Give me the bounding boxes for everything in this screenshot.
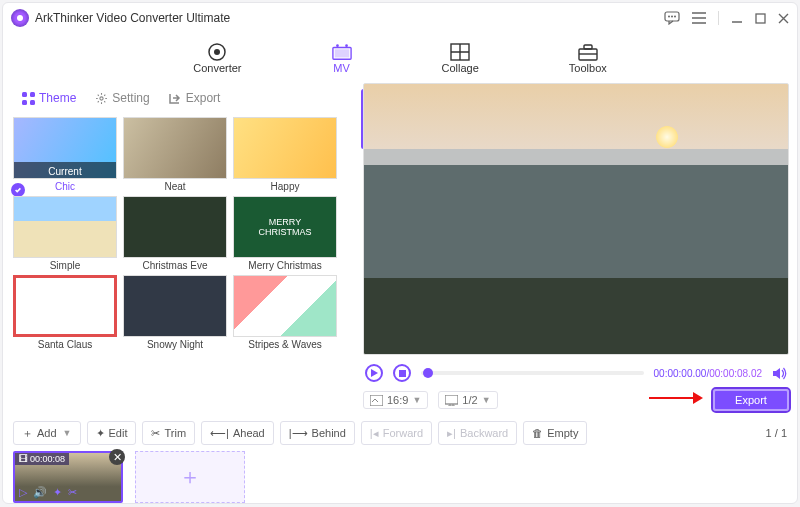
theme-thumb: Current [13, 117, 117, 179]
arrow-annotation [647, 389, 703, 407]
time-display: 00:00:00.00/00:00:08.02 [654, 368, 762, 379]
divider [718, 11, 719, 25]
scissors-icon: ✂ [151, 427, 160, 440]
tab-label: Theme [39, 91, 76, 105]
plus-icon: ＋ [22, 426, 33, 441]
empty-button[interactable]: 🗑Empty [523, 421, 587, 445]
theme-snowy-night[interactable]: Snowy Night [123, 275, 227, 350]
nav-label: Collage [442, 62, 479, 74]
ahead-button[interactable]: ⟵|Ahead [201, 421, 274, 445]
svg-rect-15 [30, 92, 35, 97]
theme-label: Snowy Night [147, 339, 203, 350]
export-icon [168, 91, 182, 105]
minimize-icon[interactable] [731, 12, 743, 24]
svg-rect-21 [445, 395, 458, 404]
add-button[interactable]: ＋Add▼ [13, 421, 81, 445]
theme-label: Simple [50, 260, 81, 271]
theme-santa-claus[interactable]: Santa Claus [13, 275, 117, 350]
nav-converter[interactable]: Converter [193, 33, 241, 83]
trim-button[interactable]: ✂Trim [142, 421, 195, 445]
window-controls [664, 11, 789, 25]
close-icon[interactable] [778, 13, 789, 24]
forward-button[interactable]: |◂Forward [361, 421, 432, 445]
clip-wand-icon[interactable]: ✦ [53, 486, 62, 499]
theme-thumb: MERRY CHRISTMAS [233, 196, 337, 258]
move-left-icon: ⟵| [210, 427, 229, 440]
svg-point-9 [336, 44, 339, 47]
svg-rect-16 [22, 100, 27, 105]
svg-rect-14 [22, 92, 27, 97]
move-right-icon: |⟶ [289, 427, 308, 440]
theme-thumb [123, 196, 227, 258]
add-clip-slot[interactable]: ＋ [135, 451, 245, 503]
clip-play-icon[interactable]: ▷ [19, 486, 27, 499]
app-window: ArkThinker Video Converter Ultimate Co [2, 2, 798, 504]
svg-point-3 [674, 16, 676, 18]
theme-thumb [123, 117, 227, 179]
tab-label: Export [186, 91, 221, 105]
tab-setting[interactable]: Setting [88, 87, 155, 109]
play-button[interactable] [365, 364, 383, 382]
skip-forward-icon: |◂ [370, 427, 379, 440]
clip-duration-tag: 🎞00:00:08 [15, 453, 69, 465]
video-preview[interactable] [363, 83, 789, 355]
edit-button[interactable]: ✦Edit [87, 421, 137, 445]
svg-point-18 [100, 96, 103, 99]
preview-sun [656, 126, 678, 148]
right-pane: 00:00:00.00/00:00:08.02 16:9 ▼ 1/2 ▼ Exp… [363, 83, 789, 413]
tab-theme[interactable]: Theme [15, 87, 82, 109]
nav-collage[interactable]: Collage [442, 33, 479, 83]
seek-bar[interactable] [421, 371, 644, 375]
plus-icon: ＋ [179, 462, 201, 492]
app-title: ArkThinker Video Converter Ultimate [35, 11, 230, 25]
theme-grid[interactable]: Current Chic Neat Happy Simple Christmas… [11, 113, 357, 413]
theme-christmas-eve[interactable]: Christmas Eve [123, 196, 227, 271]
check-icon [11, 183, 25, 197]
nav-toolbox[interactable]: Toolbox [569, 33, 607, 83]
timeline-clip[interactable]: 🎞00:00:08 ✕ ▷ 🔊 ✦ ✂ [13, 451, 123, 503]
bottom-bar: ＋Add▼ ✦Edit ✂Trim ⟵|Ahead |⟶Behind |◂For… [3, 417, 797, 503]
nav-label: Toolbox [569, 62, 607, 74]
menu-icon[interactable] [692, 12, 706, 24]
export-button[interactable]: Export [713, 389, 789, 411]
page-counter: 1 / 1 [766, 427, 787, 439]
volume-icon[interactable] [772, 367, 787, 380]
collage-icon [450, 42, 470, 62]
nav-mv[interactable]: MV [332, 33, 352, 83]
theme-neat[interactable]: Neat [123, 117, 227, 192]
nav-label: Converter [193, 62, 241, 74]
theme-label: Happy [271, 181, 300, 192]
tab-export[interactable]: Export [162, 87, 227, 109]
feedback-icon[interactable] [664, 11, 680, 25]
theme-happy[interactable]: Happy [233, 117, 337, 192]
theme-label: Merry Christmas [248, 260, 321, 271]
scale-value: 1/2 [462, 394, 477, 406]
export-button-label: Export [735, 394, 767, 406]
app-logo-icon [11, 9, 29, 27]
remove-clip-button[interactable]: ✕ [109, 449, 125, 465]
clip-tools: ▷ 🔊 ✦ ✂ [19, 486, 77, 499]
preview-options-row: 16:9 ▼ 1/2 ▼ Export [363, 387, 789, 413]
theme-label: Christmas Eve [142, 260, 207, 271]
clip-volume-icon[interactable]: 🔊 [33, 486, 47, 499]
stop-button[interactable] [393, 364, 411, 382]
svg-rect-17 [30, 100, 35, 105]
theme-thumb [13, 196, 117, 258]
behind-button[interactable]: |⟶Behind [280, 421, 355, 445]
theme-chic[interactable]: Current Chic [13, 117, 117, 192]
backward-button[interactable]: ▸|Backward [438, 421, 517, 445]
theme-merry-christmas[interactable]: MERRY CHRISTMASMerry Christmas [233, 196, 337, 271]
svg-rect-13 [584, 45, 592, 49]
toolbar-row: ＋Add▼ ✦Edit ✂Trim ⟵|Ahead |⟶Behind |◂For… [13, 421, 787, 445]
theme-simple[interactable]: Simple [13, 196, 117, 271]
theme-thumb [233, 117, 337, 179]
maximize-icon[interactable] [755, 13, 766, 24]
theme-stripes-waves[interactable]: Stripes & Waves [233, 275, 337, 350]
clip-scissors-icon[interactable]: ✂ [68, 486, 77, 499]
svg-point-6 [214, 49, 220, 55]
theme-label: Stripes & Waves [248, 339, 322, 350]
converter-icon [207, 42, 227, 62]
aspect-ratio-select[interactable]: 16:9 ▼ [363, 391, 428, 409]
seek-handle[interactable] [423, 368, 433, 378]
scale-select[interactable]: 1/2 ▼ [438, 391, 497, 409]
